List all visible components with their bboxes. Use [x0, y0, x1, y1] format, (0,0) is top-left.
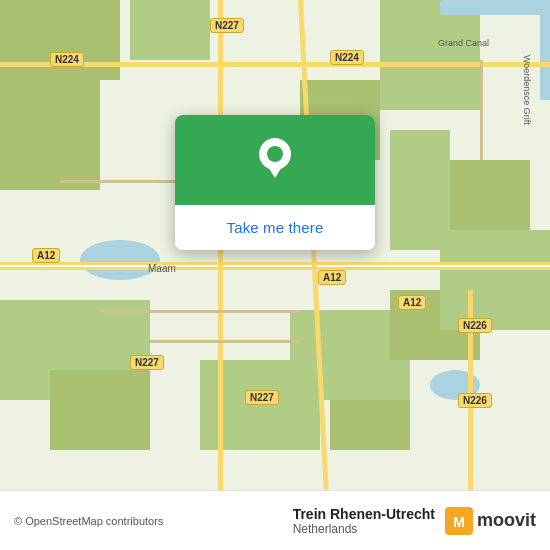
green-area: [130, 0, 210, 60]
copyright-text: © OpenStreetMap contributors: [14, 515, 283, 527]
road-label-a12-mid: A12: [318, 270, 346, 285]
take-me-there-button[interactable]: Take me there: [175, 205, 375, 250]
road-a12-center: [0, 265, 550, 267]
route-title: Trein Rhenen-Utrecht: [293, 506, 435, 522]
road-label-n227-top: N227: [210, 18, 244, 33]
minor-road: [480, 60, 483, 160]
road-label-n226-top: N226: [458, 318, 492, 333]
green-area: [0, 70, 100, 190]
place-label-maam: Maam: [148, 263, 176, 274]
route-subtitle: Netherlands: [293, 522, 435, 536]
minor-road: [60, 180, 180, 183]
moovit-icon: M: [445, 507, 473, 535]
green-area: [0, 0, 120, 80]
road-label-a12-right: A12: [398, 295, 426, 310]
popup-card: Take me there: [175, 115, 375, 250]
road-label-n224-left: N224: [50, 52, 84, 67]
road-label-vertical: Woerdensce Grift: [522, 55, 532, 125]
moovit-logo: M moovit: [445, 507, 536, 535]
svg-marker-2: [267, 165, 283, 178]
location-pin-icon: [253, 138, 297, 182]
green-area: [380, 0, 480, 110]
road-label-a12-left: A12: [32, 248, 60, 263]
road-label-n226-bot: N226: [458, 393, 492, 408]
route-info: Trein Rhenen-Utrecht Netherlands: [293, 506, 435, 536]
svg-point-1: [267, 146, 283, 162]
svg-text:M: M: [453, 514, 465, 530]
green-area: [50, 370, 150, 450]
water-canal: [540, 0, 550, 100]
minor-road: [100, 310, 300, 313]
bottom-bar: © OpenStreetMap contributors Trein Rhene…: [0, 490, 550, 550]
road-label-n227-bot2: N227: [245, 390, 279, 405]
minor-road: [150, 340, 300, 343]
road-label-n224-right: N224: [330, 50, 364, 65]
green-area: [440, 230, 550, 330]
place-label-grand-canal: Grand Canal: [438, 38, 489, 48]
green-area: [450, 160, 530, 240]
road-label-n227-bot: N227: [130, 355, 164, 370]
map-container: N227 N224 N224 N227 A12 A12 A12 N227 N22…: [0, 0, 550, 490]
popup-green-header: [175, 115, 375, 205]
moovit-text: moovit: [477, 510, 536, 531]
water-canal: [440, 0, 550, 15]
